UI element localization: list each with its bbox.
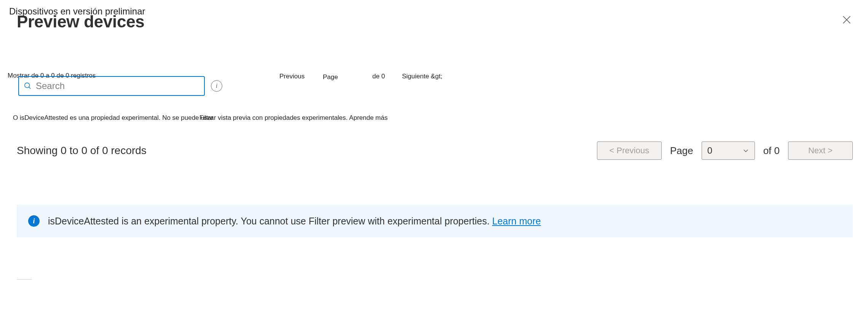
banner-text: isDeviceAttested is an experimental prop… xyxy=(48,216,541,227)
records-count: Showing 0 to 0 of 0 records xyxy=(17,145,147,157)
ghost-page-small: Page xyxy=(323,73,338,81)
search-row: i xyxy=(18,76,222,96)
ghost-prev-small: Previous xyxy=(279,73,305,80)
info-banner: i isDeviceAttested is an experimental pr… xyxy=(17,205,853,237)
chevron-down-icon xyxy=(742,147,749,154)
ghost-hint-right: Filtrar vista previa con propiedades exp… xyxy=(199,114,388,122)
page-label: Page xyxy=(670,145,693,157)
svg-point-2 xyxy=(25,83,30,88)
close-icon xyxy=(841,14,852,25)
search-box[interactable] xyxy=(18,76,205,96)
page-select[interactable]: 0 xyxy=(702,142,755,160)
search-input[interactable] xyxy=(36,81,199,91)
page-title: Preview devices xyxy=(17,12,145,31)
search-info-button[interactable]: i xyxy=(211,80,222,92)
next-button[interactable]: Next > xyxy=(788,142,853,160)
pager: < Previous Page 0 of 0 Next > xyxy=(597,142,853,160)
ghost-next-small: Siguiente &gt; xyxy=(402,73,442,80)
page-of-label: of 0 xyxy=(763,145,780,157)
divider xyxy=(17,279,32,280)
ghost-de-small: de 0 xyxy=(372,73,385,80)
page-select-value: 0 xyxy=(707,145,712,156)
search-icon xyxy=(24,82,32,90)
svg-line-3 xyxy=(29,87,31,89)
previous-button[interactable]: < Previous xyxy=(597,142,662,160)
info-icon: i xyxy=(28,215,40,227)
records-row: Showing 0 to 0 of 0 records < Previous P… xyxy=(17,142,853,160)
ghost-hint-left: O isDeviceAttested es una propiedad expe… xyxy=(13,114,213,122)
banner-message: isDeviceAttested is an experimental prop… xyxy=(48,216,492,226)
close-button[interactable] xyxy=(841,14,853,26)
info-icon: i xyxy=(216,83,217,89)
learn-more-link[interactable]: Learn more xyxy=(492,216,541,226)
